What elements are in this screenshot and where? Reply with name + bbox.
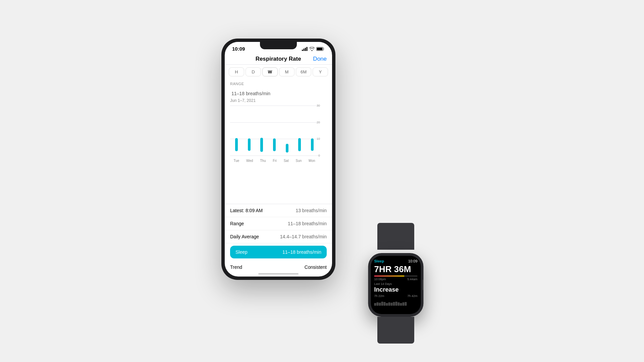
svg-rect-1 bbox=[304, 49, 305, 51]
tab-6M[interactable]: 6M bbox=[296, 67, 311, 76]
watch-avg2: 7h 42m bbox=[407, 294, 417, 298]
watch-bar bbox=[393, 302, 395, 306]
svg-rect-0 bbox=[302, 50, 303, 51]
watch-bar bbox=[402, 302, 405, 306]
bar-column bbox=[298, 106, 301, 156]
bar-column bbox=[248, 106, 251, 156]
bar-column bbox=[286, 106, 288, 156]
watch-bar bbox=[405, 302, 407, 306]
chart-area: 30 20 10 0 bbox=[230, 106, 327, 163]
sleep-row[interactable]: Sleep 11–18 breaths/min bbox=[230, 246, 327, 258]
app-title: Respiratory Rate bbox=[244, 56, 313, 62]
range-section: RANGE 11–18breaths/min Jun 1–7, 2021 bbox=[225, 79, 332, 104]
battery-icon bbox=[316, 47, 325, 51]
watch-duration: 7HR 36M bbox=[374, 264, 418, 274]
home-indicator bbox=[258, 273, 299, 275]
bar-column bbox=[235, 106, 238, 156]
svg-rect-5 bbox=[317, 48, 323, 50]
watch-crown bbox=[423, 279, 424, 291]
watch-avg1: 7h 22m bbox=[374, 294, 384, 298]
status-time: 10:09 bbox=[232, 46, 245, 52]
range-unit: breaths/min bbox=[246, 91, 270, 96]
stat-daily-avg: Daily Average 14.4–14.7 breaths/min bbox=[225, 230, 332, 243]
watch-last14: Last 14 Days bbox=[374, 282, 418, 286]
trend-row: Trend Consistent bbox=[225, 261, 332, 272]
svg-rect-3 bbox=[307, 47, 308, 51]
bar-segment bbox=[311, 138, 314, 150]
tab-M[interactable]: M bbox=[279, 67, 294, 76]
done-button[interactable]: Done bbox=[313, 56, 327, 62]
watch-bar bbox=[384, 302, 386, 306]
status-icons bbox=[302, 47, 325, 51]
app-header: Respiratory Rate Done bbox=[225, 53, 332, 65]
watch-screen: Sleep 10:09 7HR 36M 10:08pm 5:44am Last … bbox=[371, 256, 421, 314]
watch-bar bbox=[379, 303, 381, 306]
watch-bars bbox=[374, 299, 418, 306]
range-date: Jun 1–7, 2021 bbox=[230, 98, 327, 103]
watch-end-time: 5:44am bbox=[407, 278, 417, 281]
app-content: 10:09 bbox=[225, 42, 332, 277]
watch-bar bbox=[391, 303, 393, 306]
bar-segment bbox=[248, 138, 251, 150]
watch-times: 10:08pm 5:44am bbox=[374, 278, 418, 281]
bar-segment bbox=[235, 138, 238, 151]
bar-segment bbox=[286, 144, 288, 153]
iphone-device: 10:09 bbox=[221, 39, 335, 280]
stat-range-label: Range bbox=[230, 221, 244, 226]
stat-latest-value: 13 breaths/min bbox=[296, 208, 327, 213]
day-label: Sun bbox=[296, 159, 302, 163]
watch-header: Sleep 10:09 bbox=[374, 259, 418, 263]
day-label: Tue bbox=[233, 159, 239, 163]
notch bbox=[260, 42, 297, 49]
bar-column bbox=[260, 106, 263, 156]
tab-Y[interactable]: Y bbox=[313, 67, 328, 76]
trend-label: Trend bbox=[230, 264, 242, 270]
tab-W[interactable]: W bbox=[262, 67, 278, 76]
day-label: Fri bbox=[273, 159, 277, 163]
scene: 10:09 bbox=[221, 39, 423, 323]
day-label: Mon bbox=[309, 159, 315, 163]
bar-column bbox=[273, 106, 276, 156]
stat-avg-value: 14.4–14.7 breaths/min bbox=[280, 234, 327, 239]
stat-avg-label: Daily Average bbox=[230, 234, 259, 239]
trend-value: Consistent bbox=[305, 264, 327, 270]
watch-bar bbox=[398, 302, 400, 306]
day-label: Sat bbox=[284, 159, 289, 163]
watch-start-time: 10:08pm bbox=[374, 278, 386, 281]
signal-icon bbox=[302, 47, 308, 51]
watch-bar bbox=[400, 303, 402, 306]
bar-segment bbox=[260, 138, 263, 152]
watch-progress-bar bbox=[374, 276, 418, 277]
bar-segment bbox=[298, 138, 301, 151]
chart-bars bbox=[230, 106, 319, 156]
wifi-icon bbox=[309, 47, 315, 51]
stats-section: Latest: 8:09 AM 13 breaths/min Range 11–… bbox=[225, 204, 332, 272]
bar-column bbox=[311, 106, 314, 156]
iphone-screen: 10:09 bbox=[225, 42, 332, 277]
range-value: 11–18breaths/min bbox=[230, 86, 327, 98]
range-label: RANGE bbox=[230, 82, 327, 86]
stat-range-value: 11–18 breaths/min bbox=[288, 221, 327, 226]
sleep-value: 11–18 breaths/min bbox=[282, 249, 321, 255]
watch-bar bbox=[374, 303, 376, 306]
watch-time: 10:09 bbox=[408, 259, 418, 263]
day-label: Thu bbox=[260, 159, 266, 163]
day-labels: TueWedThuFriSatSunMon bbox=[230, 159, 319, 163]
watch-bar bbox=[377, 302, 379, 306]
tab-H[interactable]: H bbox=[229, 67, 244, 76]
watch-avg-row: 7h 22m 7h 42m bbox=[374, 294, 418, 298]
watch-bar bbox=[395, 302, 397, 306]
watch-bar bbox=[381, 302, 383, 306]
stat-latest-label: Latest: 8:09 AM bbox=[230, 208, 263, 213]
apple-watch: Sleep 10:09 7HR 36M 10:08pm 5:44am Last … bbox=[362, 243, 429, 323]
watch-trend: Increase bbox=[374, 286, 418, 293]
watch-band-top bbox=[377, 223, 414, 250]
time-tabs: H D W M 6M Y bbox=[225, 65, 332, 79]
tab-D[interactable]: D bbox=[246, 67, 261, 76]
sleep-label: Sleep bbox=[235, 249, 248, 255]
watch-body: Sleep 10:09 7HR 36M 10:08pm 5:44am Last … bbox=[368, 253, 424, 317]
watch-bar bbox=[388, 302, 390, 306]
watch-band-bottom bbox=[377, 317, 414, 344]
chart-container: 30 20 10 0 bbox=[225, 104, 332, 204]
stat-latest: Latest: 8:09 AM 13 breaths/min bbox=[225, 204, 332, 217]
